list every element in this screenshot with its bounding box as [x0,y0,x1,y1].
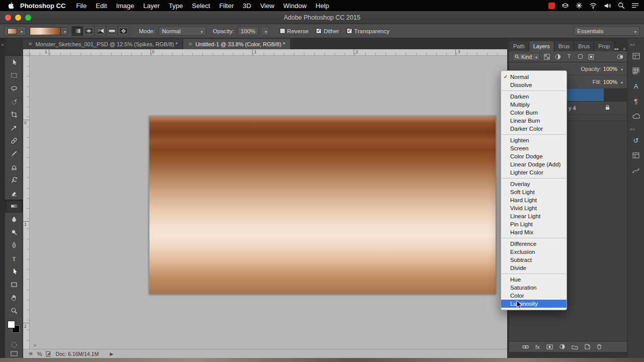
libraries-panel-icon[interactable] [630,111,641,122]
pixel-filter-icon[interactable] [543,53,551,61]
brush-tool[interactable] [5,147,23,160]
apple-icon[interactable] [5,2,16,10]
blend-option[interactable]: Linear Burn [501,117,567,125]
smart-object-filter-icon[interactable] [587,53,595,61]
dodge-tool[interactable] [5,226,23,239]
collapse-chevrons-icon[interactable]: ▸▸ [614,46,619,51]
history-panel-icon[interactable]: ↺ [630,135,641,146]
gradient-editor-well[interactable] [30,27,61,35]
blend-option-normal[interactable]: ✓Normal [501,73,567,81]
panel-collapse-strip[interactable]: » [0,38,5,358]
blend-option[interactable]: Exclusion [501,248,567,256]
blend-option[interactable]: Hard Mix [501,228,567,236]
zoom-window-button[interactable] [25,15,31,21]
paths-panel-icon[interactable] [630,165,641,176]
eraser-tool[interactable] [5,187,23,200]
adjustment-layer-icon[interactable] [559,344,565,349]
blend-option[interactable]: Darken [501,93,567,101]
channels-panel-icon[interactable] [630,150,641,161]
gradient-tool[interactable] [5,200,23,213]
blend-option[interactable]: Linear Dodge (Add) [501,160,567,168]
character-panel-icon[interactable]: A [630,80,641,92]
kind-filter-dropdown[interactable]: Kind [512,53,540,61]
blend-option[interactable]: Pin Light [501,220,567,228]
menu-file[interactable]: File [71,2,91,10]
menu-image[interactable]: Image [112,2,139,10]
document-tab-monster[interactable]: ✕ Monster_Sketches_001_PSD @ 12.5% (Spik… [23,39,183,49]
healing-brush-tool[interactable] [5,134,23,147]
radial-gradient-button[interactable] [83,26,95,36]
layer-opacity-value[interactable]: 100% [603,66,617,72]
blend-option[interactable]: Overlay [501,180,567,188]
tab-properties[interactable]: Prop [594,41,614,51]
hand-tool[interactable] [5,291,23,304]
minimize-window-button[interactable] [15,15,21,21]
zoom-percent-field[interactable]: % [37,351,42,357]
zoom-tool[interactable] [5,304,23,317]
red-status-app-icon[interactable] [548,3,555,9]
workspace-switcher[interactable]: Essentials [574,27,640,36]
document-tab-untitled[interactable]: ✕ Untitled-1 @ 33.8% (Color, RGB/8) * [183,39,290,49]
tab-brush[interactable]: Brus [554,41,575,51]
layer-fill-value[interactable]: 100% [603,79,617,85]
blend-option[interactable]: Screen [501,144,567,152]
history-brush-tool[interactable] [5,173,23,187]
menu-view[interactable]: View [256,2,279,10]
tool-preset-picker[interactable] [4,27,26,36]
horizontal-ruler[interactable]: 1 0 1 2 3 [30,49,507,56]
adjustment-filter-icon[interactable] [554,53,562,61]
type-filter-icon[interactable]: T [565,53,573,61]
blur-tool[interactable] [5,213,23,226]
angle-gradient-button[interactable] [95,26,106,36]
link-layers-icon[interactable] [522,344,529,349]
blend-option[interactable]: Subtract [501,256,567,264]
linear-gradient-button[interactable] [71,26,83,36]
paragraph-panel-icon[interactable]: ¶ [630,96,641,107]
layer-style-fx-button[interactable]: fx [535,344,540,350]
menu-app-name[interactable]: Photoshop CC [20,2,65,10]
tab-layers[interactable]: Layers [529,41,554,51]
blend-option[interactable]: Vivid Light [501,204,567,212]
shape-tool[interactable] [5,278,23,291]
blend-option[interactable]: Color [501,292,567,300]
lasso-tool[interactable] [5,82,23,95]
quick-selection-tool[interactable] [5,95,23,108]
doc-size-info[interactable]: Doc: 6.16M/14.1M [55,351,99,357]
status-note-icon[interactable] [46,351,51,357]
blend-option[interactable]: Hue [501,276,567,284]
close-window-button[interactable] [5,15,11,21]
opacity-dropdown-arrow[interactable] [262,27,269,36]
color-panel-icon[interactable] [630,50,641,61]
blend-option[interactable]: Hard Light [501,196,567,204]
blend-option[interactable]: Divide [501,264,567,272]
spotlight-icon[interactable] [618,2,625,9]
path-selection-tool[interactable] [5,265,23,278]
pen-tool[interactable] [5,239,23,252]
clone-stamp-tool[interactable] [5,160,23,173]
expand-panels-icon[interactable]: «« [628,41,644,50]
menu-3d[interactable]: 3D [238,2,256,10]
tab-brush-presets[interactable]: Brus [574,41,594,51]
foreground-color-swatch[interactable] [8,321,15,328]
status-gear-icon[interactable]: ✳ [28,350,33,357]
blend-option[interactable]: Dissolve [501,81,567,89]
opacity-field[interactable]: 100% [237,27,258,36]
new-layer-icon[interactable] [585,344,590,349]
layer-mask-icon[interactable] [546,344,553,349]
panel-menu-icon[interactable]: ≡ [623,46,625,51]
arrows-status-icon[interactable] [576,2,583,9]
menu-type[interactable]: Type [164,2,187,10]
menu-help[interactable]: Help [311,2,334,10]
menu-edit[interactable]: Edit [91,2,111,10]
new-group-icon[interactable] [572,344,578,349]
reverse-checkbox[interactable] [280,28,285,34]
dither-checkbox[interactable] [316,28,321,34]
blend-option[interactable]: Lighter Color [501,168,567,176]
diamond-gradient-button[interactable] [118,26,129,36]
wifi-icon[interactable] [589,3,597,9]
close-tab-icon[interactable]: ✕ [28,41,32,47]
blend-option[interactable]: Darker Color [501,125,567,133]
blend-option[interactable]: Color Dodge [501,152,567,160]
menu-layer[interactable]: Layer [139,2,165,10]
marquee-tool[interactable] [5,69,23,82]
